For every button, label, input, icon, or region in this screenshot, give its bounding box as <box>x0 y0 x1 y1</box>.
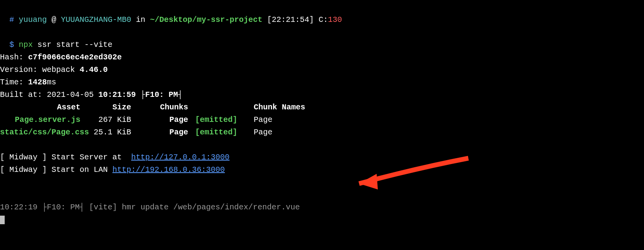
time-label: Time: <box>0 78 28 87</box>
time-unit: ms <box>47 78 56 87</box>
time-value: 1428 <box>28 78 47 87</box>
time-line: Time: 1428ms <box>0 76 644 89</box>
asset-chunk-names: Page <box>254 126 324 139</box>
built-at-time: 10:21:59 <box>98 90 136 99</box>
built-at-label: Built at: 2021-04-05 <box>0 90 98 99</box>
command-name: npx <box>19 40 33 49</box>
table-row: static/css/Page.css 25.1 KiB Page [emitt… <box>0 126 644 139</box>
asset-size: 267 KiB <box>90 114 141 126</box>
midway-line-1: [ Midway ] Start Server at http://127.0.… <box>0 151 644 164</box>
asset-chunk-names: Page <box>254 114 324 126</box>
command-line[interactable]: $ npx ssr start --vite <box>0 26 644 51</box>
asset-name: static/css/Page.css <box>0 126 90 139</box>
dollar-symbol: $ <box>9 40 14 49</box>
blank-line <box>0 189 644 201</box>
midway-url-2[interactable]: http://192.168.0.36:3000 <box>112 165 225 174</box>
asset-status: [emitted] <box>195 126 254 139</box>
midway-prefix-1: [ Midway ] Start Server at <box>0 153 131 162</box>
blank-line <box>0 139 644 151</box>
version-value: 4.46.0 <box>80 65 108 74</box>
asset-chunks: Page <box>141 126 195 139</box>
prompt-at: @ <box>52 15 56 24</box>
midway-line-2: [ Midway ] Start on LAN http://192.168.0… <box>0 164 644 176</box>
prompt-c-value: 130 <box>328 15 342 24</box>
blank-line <box>0 176 644 189</box>
hash-symbol: # <box>9 15 14 24</box>
prompt-cwd: ~/Desktop/my-ssr-project <box>150 15 262 24</box>
asset-size: 25.1 KiB <box>90 126 141 139</box>
hmr-time: 10:22:19 ├F10: PM┤ <box>0 203 89 212</box>
asset-status: [emitted] <box>195 114 254 126</box>
header-size: Size <box>90 101 141 114</box>
version-line: Version: webpack 4.46.0 <box>0 64 644 76</box>
cursor-icon <box>0 216 5 224</box>
header-asset: Asset <box>0 101 90 114</box>
built-at-line: Built at: 2021-04-05 10:21:59 ├F10: PM┤ <box>0 89 644 101</box>
table-row: Page.server.js 267 KiB Page [emitted] Pa… <box>0 114 644 126</box>
header-status <box>195 101 254 114</box>
header-names: Chunk Names <box>254 101 324 114</box>
midway-url-1[interactable]: http://127.0.0.1:3000 <box>131 153 229 162</box>
prompt-in: in <box>136 15 145 24</box>
prompt-host: YUUANGZHANG-MB0 <box>61 15 131 24</box>
command-args: ssr start --vite <box>37 40 112 49</box>
hmr-msg: [vite] hmr update /web/pages/index/rende… <box>89 203 300 212</box>
asset-name: Page.server.js <box>0 114 90 126</box>
hash-line: Hash: c7f9066c6ec4e2ed302e <box>0 51 644 64</box>
prompt-line: # yuuang @ YUUANGZHANG-MB0 in ~/Desktop/… <box>0 1 644 26</box>
hmr-line: 10:22:19 ├F10: PM┤ [vite] hmr update /we… <box>0 201 644 214</box>
hash-label: Hash: <box>0 53 28 62</box>
table-header: Asset Size Chunks Chunk Names <box>0 101 644 114</box>
midway-prefix-2: [ Midway ] Start on LAN <box>0 165 112 174</box>
built-at-tz: ├F10: PM┤ <box>136 90 183 99</box>
hash-value: c7f9066c6ec4e2ed302e <box>28 53 122 62</box>
cursor-line[interactable] <box>0 214 644 226</box>
asset-chunks: Page <box>141 114 195 126</box>
prompt-time: [22:21:54] <box>267 15 314 24</box>
header-chunks: Chunks <box>141 101 195 114</box>
prompt-c-label: C: <box>318 15 328 24</box>
version-label: Version: webpack <box>0 65 80 74</box>
prompt-user: yuuang <box>19 15 47 24</box>
